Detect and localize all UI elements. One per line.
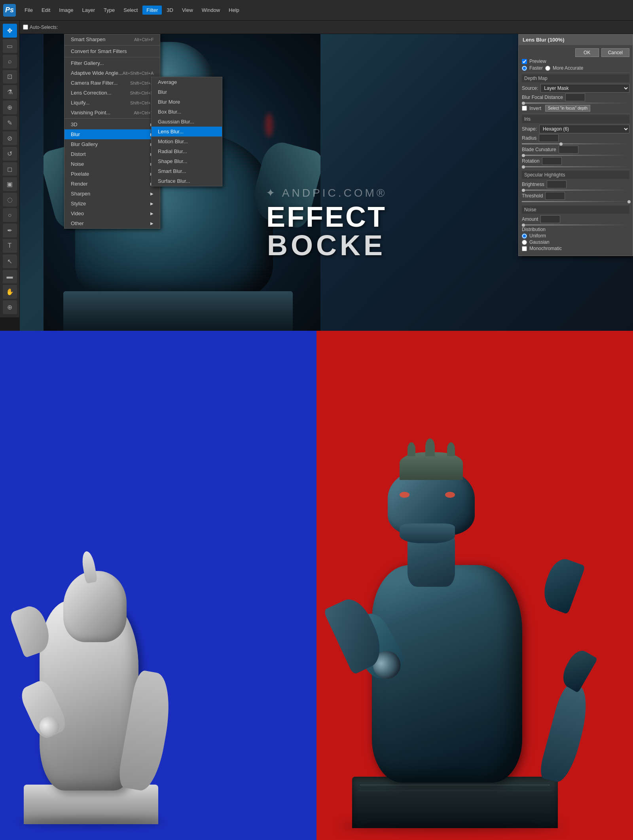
rotation-slider[interactable] bbox=[522, 166, 629, 167]
menu-vanishing-point[interactable]: Vanishing Point... Alt+Ctrl+V bbox=[64, 108, 160, 118]
submenu-blur[interactable]: Blur bbox=[152, 87, 222, 97]
path-select-tool[interactable]: ↖ bbox=[3, 254, 17, 268]
blur-submenu: Average Blur Blur More Box Blur... Gauss… bbox=[151, 77, 222, 186]
menu-blur[interactable]: Blur ▶ bbox=[64, 129, 160, 139]
menu-filter[interactable]: Filter bbox=[142, 6, 162, 15]
menu-video[interactable]: Video ▶ bbox=[64, 209, 160, 218]
monochromatic-checkbox[interactable] bbox=[522, 246, 527, 251]
shape-tool[interactable]: ▬ bbox=[3, 270, 17, 284]
radius-input[interactable]: 15 bbox=[539, 134, 559, 142]
rotation-thumb[interactable] bbox=[522, 165, 525, 169]
blur-tool[interactable]: ◌ bbox=[3, 193, 17, 207]
menu-type[interactable]: Type bbox=[100, 6, 119, 15]
menu-noise[interactable]: Noise ▶ bbox=[64, 159, 160, 169]
invert-checkbox[interactable] bbox=[522, 106, 527, 111]
submenu-gaussian-blur[interactable]: Gaussian Blur... bbox=[152, 117, 222, 127]
menu-window[interactable]: Window bbox=[198, 6, 224, 15]
menu-liquify[interactable]: Liquify... Shift+Ctrl+X bbox=[64, 98, 160, 108]
eyedropper-tool[interactable]: ⚗ bbox=[3, 85, 17, 99]
blur-focal-slider[interactable] bbox=[522, 102, 629, 104]
menu-edit[interactable]: Edit bbox=[38, 6, 54, 15]
dodge-tool[interactable]: ○ bbox=[3, 208, 17, 222]
menu-layer[interactable]: Layer bbox=[78, 6, 99, 15]
menu-image[interactable]: Image bbox=[55, 6, 77, 15]
zoom-tool[interactable]: ⊕ bbox=[3, 300, 17, 314]
menu-stylize[interactable]: Stylize ▶ bbox=[64, 199, 160, 209]
blur-focal-thumb[interactable] bbox=[522, 102, 525, 105]
threshold-thumb[interactable] bbox=[627, 200, 631, 203]
radius-slider[interactable] bbox=[522, 143, 629, 144]
menu-blur-gallery[interactable]: Blur Gallery ▶ bbox=[64, 139, 160, 149]
submenu-motion-blur[interactable]: Motion Blur... bbox=[152, 137, 222, 146]
ok-button[interactable]: OK bbox=[575, 48, 599, 57]
submenu-average[interactable]: Average bbox=[152, 77, 222, 87]
menu-convert-smart[interactable]: Convert for Smart Filters bbox=[64, 46, 160, 56]
canvas[interactable]: ✦ ANDPIC.COM® EFFECT BOCKE Smart Sharpen… bbox=[20, 34, 633, 331]
rotation-input[interactable]: 0 bbox=[542, 157, 562, 165]
cancel-button[interactable]: Cancel bbox=[601, 48, 629, 57]
submenu-radial-blur[interactable]: Radial Blur... bbox=[152, 146, 222, 156]
blade-curvature-slider[interactable] bbox=[522, 155, 629, 156]
threshold-row: Threshold 255 bbox=[522, 192, 629, 200]
menu-adaptive-wide[interactable]: Adaptive Wide Angle... Alt+Shift+Ctrl+A bbox=[64, 68, 160, 78]
submenu-box-blur[interactable]: Box Blur... bbox=[152, 107, 222, 117]
submenu-lens-blur[interactable]: Lens Blur... bbox=[152, 127, 222, 137]
brightness-input[interactable]: 0 bbox=[547, 180, 567, 188]
shape-select[interactable]: Hexagon (6) bbox=[539, 125, 629, 133]
menu-file[interactable]: File bbox=[21, 6, 37, 15]
spot-heal-tool[interactable]: ⊕ bbox=[3, 100, 17, 114]
blade-curvature-input[interactable]: 0 bbox=[559, 146, 578, 154]
menu-filter-gallery[interactable]: Filter Gallery... bbox=[64, 58, 160, 68]
threshold-input[interactable]: 255 bbox=[545, 192, 565, 200]
menu-3d[interactable]: 3D ▶ bbox=[64, 119, 160, 129]
auto-select-checkbox[interactable] bbox=[23, 25, 28, 30]
pen-tool[interactable]: ✒ bbox=[3, 224, 17, 237]
menu-view[interactable]: View bbox=[178, 6, 197, 15]
lasso-tool[interactable]: ⌕ bbox=[3, 55, 17, 68]
hand-tool[interactable]: ✋ bbox=[3, 285, 17, 299]
uniform-radio[interactable] bbox=[522, 233, 527, 239]
crop-tool[interactable]: ⊡ bbox=[3, 70, 17, 84]
menu-sharpen[interactable]: Sharpen ▶ bbox=[64, 189, 160, 199]
brightness-thumb[interactable] bbox=[522, 189, 525, 192]
menu-select[interactable]: Select bbox=[119, 6, 142, 15]
menu-3d[interactable]: 3D bbox=[163, 6, 177, 15]
blur-focal-input[interactable]: 0 bbox=[565, 93, 585, 101]
submenu-blur-more[interactable]: Blur More bbox=[152, 97, 222, 107]
gaussian-radio[interactable] bbox=[522, 240, 527, 245]
preview-checkbox[interactable] bbox=[522, 59, 527, 64]
faster-radio[interactable] bbox=[522, 66, 527, 71]
amount-slider[interactable] bbox=[522, 224, 629, 226]
menu-distort[interactable]: Distort ▶ bbox=[64, 149, 160, 159]
type-tool[interactable]: T bbox=[3, 239, 17, 253]
eraser-tool[interactable]: ◻ bbox=[3, 162, 17, 176]
red-glow-2 bbox=[265, 113, 273, 137]
clone-tool[interactable]: ⊘ bbox=[3, 131, 17, 145]
history-tool[interactable]: ↺ bbox=[3, 147, 17, 161]
brush-tool[interactable]: ✎ bbox=[3, 116, 17, 130]
move-tool[interactable]: ✥ bbox=[3, 24, 17, 38]
menu-render[interactable]: Render ▶ bbox=[64, 179, 160, 189]
menu-camera-raw[interactable]: Camera Raw Filter... Shift+Ctrl+A bbox=[64, 78, 160, 88]
amount-input[interactable]: 0 bbox=[540, 215, 560, 223]
select-in-focus-btn[interactable]: Select "in focus" depth bbox=[545, 105, 590, 112]
menu-pixelate[interactable]: Pixelate ▶ bbox=[64, 169, 160, 179]
brightness-slider[interactable] bbox=[522, 190, 629, 191]
more-accurate-radio[interactable] bbox=[545, 66, 550, 71]
dialog-title: Lens Blur (100%) bbox=[519, 34, 633, 45]
submenu-surface-blur[interactable]: Surface Blur... bbox=[152, 176, 222, 186]
source-row: Source: Layer Mask bbox=[522, 84, 629, 93]
submenu-smart-blur[interactable]: Smart Blur... bbox=[152, 166, 222, 176]
selection-tool[interactable]: ▭ bbox=[3, 39, 17, 53]
radius-thumb[interactable] bbox=[559, 142, 563, 146]
source-select[interactable]: Layer Mask bbox=[540, 84, 629, 93]
gradient-tool[interactable]: ▣ bbox=[3, 177, 17, 191]
menu-smart-sharpen[interactable]: Smart Sharpen Alt+Ctrl+F bbox=[64, 34, 160, 44]
menu-help[interactable]: Help bbox=[225, 6, 243, 15]
blade-curvature-thumb[interactable] bbox=[522, 154, 525, 157]
threshold-slider[interactable] bbox=[522, 201, 629, 202]
menu-other[interactable]: Other ▶ bbox=[64, 218, 160, 228]
submenu-shape-blur[interactable]: Shape Blur... bbox=[152, 156, 222, 166]
amount-thumb[interactable] bbox=[522, 224, 525, 227]
menu-lens-correction[interactable]: Lens Correction... Shift+Ctrl+R bbox=[64, 88, 160, 98]
